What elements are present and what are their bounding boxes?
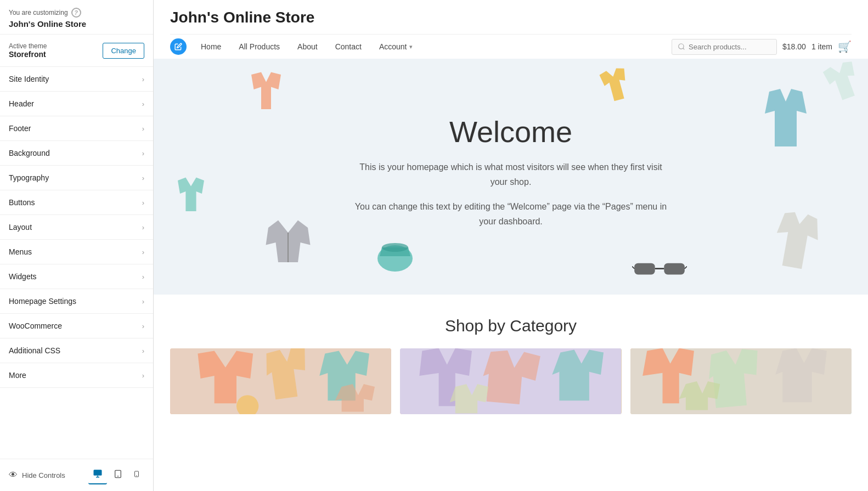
- sidebar-item-background[interactable]: Background ›: [0, 141, 153, 166]
- category-card-1[interactable]: [170, 348, 391, 414]
- customizing-text: You are customizing: [9, 9, 68, 16]
- svg-marker-23: [771, 210, 822, 270]
- nav-link-contact[interactable]: Contact: [326, 35, 370, 59]
- nav-link-about[interactable]: About: [289, 35, 326, 59]
- chevron-right-icon: ›: [142, 297, 144, 306]
- hero-section: Welcome This is your homepage which is w…: [154, 59, 868, 295]
- sidebar-item-additional-css[interactable]: Additional CSS ›: [0, 338, 153, 363]
- decorative-shirt-yellow: [594, 67, 638, 108]
- sidebar-item-label: Menus: [9, 247, 32, 256]
- category-grid: [170, 348, 852, 414]
- desktop-view-button[interactable]: [88, 466, 107, 484]
- category-card-2[interactable]: [400, 348, 621, 414]
- preview-store-title: John's Online Store: [170, 9, 852, 26]
- shop-section: Shop by Category: [154, 295, 868, 425]
- change-theme-button[interactable]: Change: [103, 43, 144, 59]
- sidebar-item-woocommerce[interactable]: WooCommerce ›: [0, 314, 153, 338]
- sidebar-item-header[interactable]: Header ›: [0, 92, 153, 116]
- active-theme-label: Active theme: [9, 42, 47, 50]
- svg-marker-16: [380, 247, 410, 256]
- sidebar-footer: 👁 Hide Controls: [0, 459, 153, 491]
- svg-line-22: [685, 267, 687, 269]
- sidebar-item-label: Widgets: [9, 272, 37, 281]
- decorative-shirt-pink: [241, 70, 291, 121]
- preview-area: John's Online Store Home All Products Ab…: [154, 0, 868, 491]
- sidebar-item-widgets[interactable]: Widgets ›: [0, 264, 153, 289]
- cart-price: $18.00: [782, 42, 806, 51]
- decorative-cap: [373, 232, 417, 278]
- sidebar-item-label: Site Identity: [9, 75, 49, 83]
- sidebar-top: You are customizing ? John's Online Stor…: [0, 0, 153, 35]
- view-toggle-group: [88, 466, 144, 484]
- sidebar-item-label: Background: [9, 149, 50, 157]
- nav-link-home[interactable]: Home: [192, 35, 230, 59]
- chevron-right-icon: ›: [142, 149, 144, 157]
- chevron-right-icon: ›: [142, 100, 144, 108]
- svg-marker-12: [178, 177, 204, 211]
- sidebar-item-label: Layout: [9, 223, 32, 232]
- svg-marker-10: [599, 67, 632, 103]
- svg-point-7: [679, 44, 684, 49]
- sidebar-item-label: Homepage Settings: [9, 297, 76, 306]
- svg-rect-19: [664, 263, 685, 275]
- account-dropdown-arrow: ▾: [409, 43, 413, 50]
- sidebar-item-site-identity[interactable]: Site Identity ›: [0, 67, 153, 92]
- search-box: [672, 39, 777, 55]
- hero-text: Welcome This is your homepage which is w…: [352, 115, 670, 239]
- hero-title: Welcome: [352, 115, 670, 149]
- help-icon[interactable]: ?: [71, 8, 81, 18]
- category-image-3: [630, 348, 852, 414]
- hide-controls-label: Hide Controls: [22, 471, 65, 479]
- sidebar-item-label: Header: [9, 99, 34, 108]
- hide-controls-button[interactable]: 👁 Hide Controls: [9, 470, 65, 480]
- sidebar-item-label: Footer: [9, 124, 31, 133]
- chevron-right-icon: ›: [142, 125, 144, 133]
- nav-links: Home All Products About Contact Account …: [170, 35, 421, 59]
- chevron-right-icon: ›: [142, 75, 144, 83]
- svg-rect-0: [94, 470, 102, 476]
- svg-marker-9: [251, 72, 281, 110]
- decorative-shirt-white: [769, 210, 824, 273]
- category-image-1: [170, 348, 391, 414]
- svg-marker-24: [822, 61, 863, 103]
- decorative-shirt-top-right: [821, 61, 865, 108]
- nav-link-account[interactable]: Account ▾: [370, 35, 421, 59]
- chevron-right-icon: ›: [142, 248, 144, 256]
- sidebar-item-typography[interactable]: Typography ›: [0, 166, 153, 190]
- mobile-view-button[interactable]: [129, 466, 144, 484]
- sidebar-item-label: Additional CSS: [9, 346, 60, 355]
- sidebar-item-homepage-settings[interactable]: Homepage Settings ›: [0, 289, 153, 314]
- search-icon: [678, 43, 685, 50]
- active-theme-section: Active theme Storefront Change: [0, 35, 153, 67]
- nav-list: Site Identity › Header › Footer › Backgr…: [0, 67, 153, 459]
- chevron-right-icon: ›: [142, 371, 144, 380]
- edit-nav-pencil[interactable]: [170, 38, 187, 55]
- cart-icon[interactable]: 🛒: [838, 40, 852, 53]
- chevron-right-icon: ›: [142, 322, 144, 330]
- category-image-2: [400, 348, 621, 414]
- theme-name: Storefront: [9, 50, 47, 59]
- shop-by-category-title: Shop by Category: [170, 317, 852, 335]
- svg-point-17: [382, 243, 408, 252]
- tablet-view-button[interactable]: [109, 466, 127, 484]
- search-input[interactable]: [689, 43, 771, 51]
- sidebar-item-label: More: [9, 371, 26, 380]
- sidebar-item-more[interactable]: More ›: [0, 363, 153, 388]
- sidebar: You are customizing ? John's Online Stor…: [0, 0, 154, 491]
- chevron-right-icon: ›: [142, 174, 144, 182]
- svg-marker-13: [266, 221, 311, 263]
- chevron-right-icon: ›: [142, 273, 144, 281]
- sidebar-item-layout[interactable]: Layout ›: [0, 215, 153, 240]
- sidebar-item-buttons[interactable]: Buttons ›: [0, 190, 153, 215]
- cart-area: $18.00 1 item 🛒: [672, 39, 852, 55]
- sidebar-item-footer[interactable]: Footer ›: [0, 116, 153, 141]
- category-card-3[interactable]: [630, 348, 852, 414]
- sidebar-item-label: Typography: [9, 173, 49, 182]
- sidebar-item-menus[interactable]: Menus ›: [0, 240, 153, 264]
- cart-item-count: 1 item: [811, 42, 832, 51]
- sidebar-item-label: WooCommerce: [9, 321, 62, 330]
- svg-line-8: [683, 48, 685, 50]
- nav-link-all-products[interactable]: All Products: [230, 35, 289, 59]
- sidebar-item-label: Buttons: [9, 198, 35, 207]
- svg-point-15: [377, 245, 413, 272]
